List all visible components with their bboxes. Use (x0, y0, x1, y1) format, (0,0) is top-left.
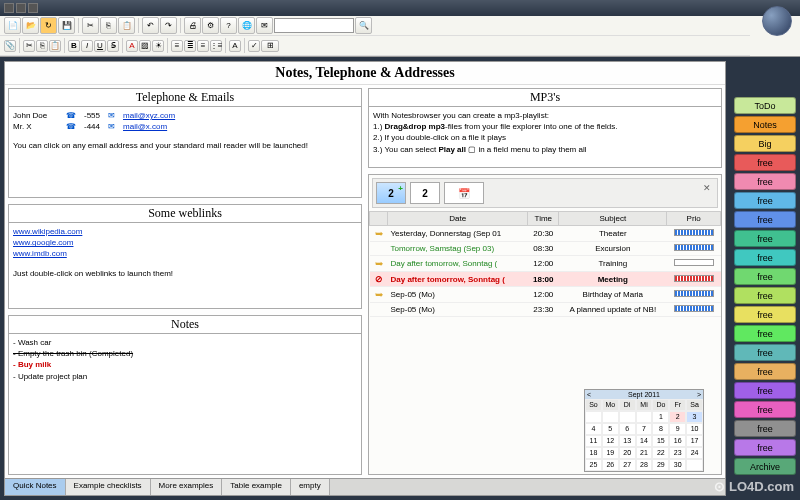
bullets-icon[interactable]: ⋮≡ (210, 40, 222, 52)
email-link[interactable]: mail@xyz.com (123, 110, 175, 121)
bottom-tab[interactable]: Table example (222, 479, 291, 495)
bg-color-icon[interactable]: ▨ (139, 40, 151, 52)
cal-day[interactable] (686, 459, 703, 471)
cal-next-icon[interactable]: > (697, 391, 701, 398)
side-tab-free[interactable]: free (734, 268, 796, 285)
appt-row[interactable]: ➥Sep-05 (Mo)12:00Birthday of Maria (370, 287, 721, 303)
cal-day[interactable]: 16 (669, 435, 686, 447)
appt-tab-day[interactable]: 2 (410, 182, 440, 204)
search-icon[interactable]: 🔍 (355, 17, 372, 34)
font-color-icon[interactable]: A (126, 40, 138, 52)
appt-row[interactable]: Sep-05 (Mo)23:30A planned update of NB! (370, 303, 721, 317)
align-center-icon[interactable]: ≣ (184, 40, 196, 52)
appt-tab-week[interactable]: 📅 (444, 182, 484, 204)
bold-icon[interactable]: B (68, 40, 80, 52)
side-tab-notes[interactable]: Notes (734, 116, 796, 133)
cal-day[interactable]: 22 (652, 447, 669, 459)
cal-day[interactable]: 26 (602, 459, 619, 471)
new-icon[interactable]: 📄 (4, 17, 21, 34)
weblink[interactable]: www.wikipedia.com (13, 226, 357, 237)
bottom-tab[interactable]: Quick Notes (5, 479, 66, 495)
bottom-tab[interactable]: Example checklists (66, 479, 151, 495)
paste2-icon[interactable]: 📋 (49, 40, 61, 52)
side-tab-archive[interactable]: Archive (734, 458, 796, 475)
appt-row[interactable]: ➥Day after tomorrow, Sonntag (12:00Train… (370, 256, 721, 272)
spellcheck-icon[interactable]: ✓ (248, 40, 260, 52)
underline-icon[interactable]: U (94, 40, 106, 52)
save-icon[interactable]: 💾 (58, 17, 75, 34)
open-icon[interactable]: 📂 (22, 17, 39, 34)
font-icon[interactable]: A (229, 40, 241, 52)
bottom-tab[interactable]: More examples (151, 479, 223, 495)
side-tab-free[interactable]: free (734, 230, 796, 247)
cal-day[interactable]: 18 (585, 447, 602, 459)
weblink[interactable]: www.imdb.com (13, 248, 357, 259)
side-tab-free[interactable]: free (734, 401, 796, 418)
attach-icon[interactable]: 📎 (4, 40, 16, 52)
cal-day[interactable]: 11 (585, 435, 602, 447)
copy-icon[interactable]: ⎘ (100, 17, 117, 34)
undo-icon[interactable]: ↶ (142, 17, 159, 34)
app-orb-icon[interactable] (762, 6, 792, 36)
cal-day[interactable]: 23 (669, 447, 686, 459)
search-input[interactable] (274, 18, 354, 33)
cal-day[interactable]: 2 (669, 411, 686, 423)
side-tab-free[interactable]: free (734, 363, 796, 380)
side-tab-free[interactable]: free (734, 287, 796, 304)
mail-icon[interactable]: ✉ (256, 17, 273, 34)
cal-day[interactable]: 20 (619, 447, 636, 459)
cal-day[interactable]: 15 (652, 435, 669, 447)
highlight-icon[interactable]: ☀ (152, 40, 164, 52)
cal-day[interactable]: 1 (652, 411, 669, 423)
cal-day[interactable]: 21 (636, 447, 653, 459)
appt-row[interactable]: ➥Yesterday, Donnerstag (Sep 0120:30Theat… (370, 226, 721, 242)
copy2-icon[interactable]: ⎘ (36, 40, 48, 52)
world-icon[interactable]: 🌐 (238, 17, 255, 34)
side-tab-free[interactable]: free (734, 344, 796, 361)
side-tab-free[interactable]: free (734, 173, 796, 190)
side-tab-big[interactable]: Big (734, 135, 796, 152)
cal-day[interactable]: 28 (636, 459, 653, 471)
cal-prev-icon[interactable]: < (587, 391, 591, 398)
help-icon[interactable]: ? (220, 17, 237, 34)
email-link[interactable]: mail@x.com (123, 121, 167, 132)
cut2-icon[interactable]: ✂ (23, 40, 35, 52)
cal-day[interactable]: 5 (602, 423, 619, 435)
side-tab-free[interactable]: free (734, 382, 796, 399)
paste-icon[interactable]: 📋 (118, 17, 135, 34)
cal-day[interactable] (619, 411, 636, 423)
italic-icon[interactable]: I (81, 40, 93, 52)
cal-day[interactable]: 19 (602, 447, 619, 459)
appt-close-icon[interactable]: ✕ (703, 183, 711, 193)
appt-tab-add[interactable]: 2+ (376, 182, 406, 204)
bottom-tab[interactable]: empty (291, 479, 330, 495)
cal-day[interactable]: 4 (585, 423, 602, 435)
cal-day[interactable]: 30 (669, 459, 686, 471)
side-tab-free[interactable]: free (734, 154, 796, 171)
cal-day[interactable]: 13 (619, 435, 636, 447)
refresh-icon[interactable]: ↻ (40, 17, 57, 34)
cal-day[interactable]: 12 (602, 435, 619, 447)
weblink[interactable]: www.google.com (13, 237, 357, 248)
cal-day[interactable]: 14 (636, 435, 653, 447)
side-tab-free[interactable]: free (734, 249, 796, 266)
side-tab-free[interactable]: free (734, 211, 796, 228)
cal-day[interactable]: 10 (686, 423, 703, 435)
close-icon[interactable] (28, 3, 38, 13)
settings-icon[interactable]: ⚙ (202, 17, 219, 34)
cal-day[interactable]: 27 (619, 459, 636, 471)
cal-day[interactable]: 24 (686, 447, 703, 459)
min-icon[interactable] (4, 3, 14, 13)
strike-icon[interactable]: S̶ (107, 40, 119, 52)
cal-day[interactable]: 17 (686, 435, 703, 447)
cal-day[interactable]: 8 (652, 423, 669, 435)
side-tab-free[interactable]: free (734, 439, 796, 456)
cal-day[interactable]: 25 (585, 459, 602, 471)
cal-day[interactable] (636, 411, 653, 423)
cal-day[interactable]: 7 (636, 423, 653, 435)
cal-day[interactable] (602, 411, 619, 423)
align-right-icon[interactable]: ≡ (197, 40, 209, 52)
mini-calendar[interactable]: < Sept 2011 > SoMoDiMiDoFrSa123456789101… (584, 389, 704, 472)
align-left-icon[interactable]: ≡ (171, 40, 183, 52)
redo-icon[interactable]: ↷ (160, 17, 177, 34)
